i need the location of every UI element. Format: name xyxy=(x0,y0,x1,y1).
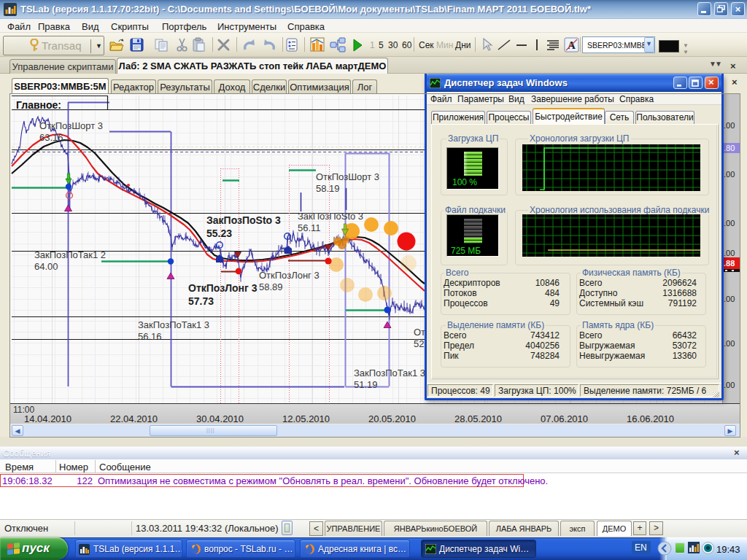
svg-text:.00: .00 xyxy=(724,121,735,130)
svg-text:58.89: 58.89 xyxy=(259,281,283,292)
svg-text:.00: .00 xyxy=(724,339,735,348)
svg-text:51.19: 51.19 xyxy=(354,379,378,390)
svg-text:.88: .88 xyxy=(724,259,735,268)
svg-text:.00: .00 xyxy=(724,295,735,303)
svg-text:ОткПозШорт 3: ОткПозШорт 3 xyxy=(39,120,103,131)
svg-text:.00: .00 xyxy=(724,249,735,257)
svg-text:ЗакПозПоТак1 3: ЗакПозПоТак1 3 xyxy=(138,319,209,330)
svg-text:ОткПозШорт 3: ОткПозШорт 3 xyxy=(316,171,379,182)
svg-text:56.16: 56.16 xyxy=(138,331,162,342)
svg-text:ОткПозЛонг 3: ОткПозЛонг 3 xyxy=(188,282,258,294)
svg-text:57.73: 57.73 xyxy=(188,295,214,307)
svg-text:63.16: 63.16 xyxy=(39,132,63,143)
svg-text:Главное:: Главное: xyxy=(16,99,61,111)
svg-text:.80: .80 xyxy=(724,144,735,152)
svg-text:ЗакПозПоТак1 2: ЗакПозПоТак1 2 xyxy=(34,249,106,260)
svg-text:64.00: 64.00 xyxy=(34,261,58,272)
svg-text:55.23: 55.23 xyxy=(206,228,232,239)
svg-text:.00: .00 xyxy=(724,219,735,228)
svg-text:ЗакПозПоТак1 3: ЗакПозПоТак1 3 xyxy=(354,368,425,378)
svg-text:ОткПозЛонг 3: ОткПозЛонг 3 xyxy=(259,270,320,281)
svg-text:58.19: 58.19 xyxy=(316,183,340,194)
svg-text:.00: .00 xyxy=(724,170,735,179)
svg-text:56.11: 56.11 xyxy=(298,222,321,233)
svg-text:ЗакПозПоSto 3: ЗакПозПоSto 3 xyxy=(298,211,363,222)
svg-text:ЗакПозПоSto 3: ЗакПозПоSto 3 xyxy=(206,214,281,226)
svg-text:.00: .00 xyxy=(724,381,735,389)
